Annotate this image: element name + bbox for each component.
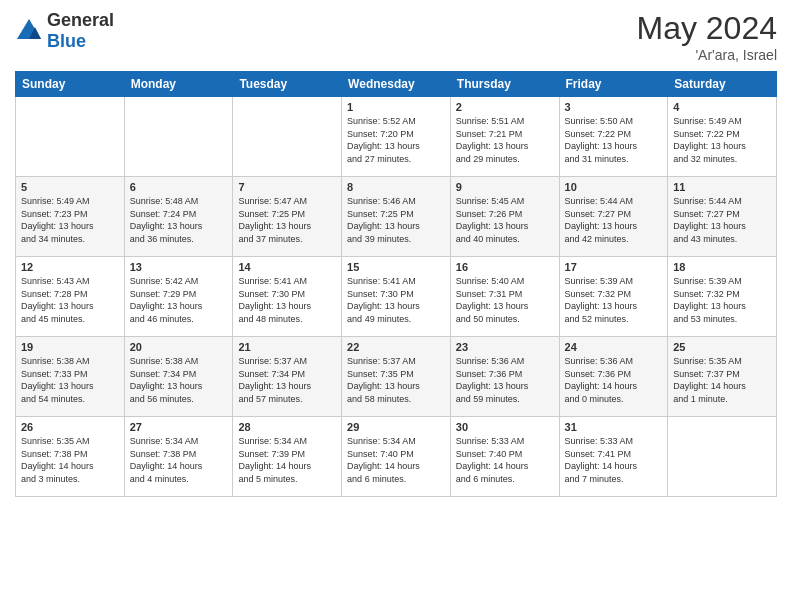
day-number: 10 <box>565 181 663 193</box>
logo-general-text: General <box>47 10 114 30</box>
calendar-cell: 10Sunrise: 5:44 AM Sunset: 7:27 PM Dayli… <box>559 177 668 257</box>
day-number: 29 <box>347 421 445 433</box>
day-info: Sunrise: 5:39 AM Sunset: 7:32 PM Dayligh… <box>673 275 771 325</box>
day-info: Sunrise: 5:37 AM Sunset: 7:35 PM Dayligh… <box>347 355 445 405</box>
calendar-cell: 19Sunrise: 5:38 AM Sunset: 7:33 PM Dayli… <box>16 337 125 417</box>
day-info: Sunrise: 5:39 AM Sunset: 7:32 PM Dayligh… <box>565 275 663 325</box>
day-number: 20 <box>130 341 228 353</box>
day-number: 23 <box>456 341 554 353</box>
day-info: Sunrise: 5:36 AM Sunset: 7:36 PM Dayligh… <box>456 355 554 405</box>
calendar-week-row: 19Sunrise: 5:38 AM Sunset: 7:33 PM Dayli… <box>16 337 777 417</box>
weekday-header: Wednesday <box>342 72 451 97</box>
calendar-cell: 11Sunrise: 5:44 AM Sunset: 7:27 PM Dayli… <box>668 177 777 257</box>
calendar-week-row: 26Sunrise: 5:35 AM Sunset: 7:38 PM Dayli… <box>16 417 777 497</box>
calendar-table: SundayMondayTuesdayWednesdayThursdayFrid… <box>15 71 777 497</box>
day-info: Sunrise: 5:34 AM Sunset: 7:39 PM Dayligh… <box>238 435 336 485</box>
calendar-cell: 24Sunrise: 5:36 AM Sunset: 7:36 PM Dayli… <box>559 337 668 417</box>
logo-icon <box>15 17 43 45</box>
day-info: Sunrise: 5:33 AM Sunset: 7:41 PM Dayligh… <box>565 435 663 485</box>
location: 'Ar'ara, Israel <box>636 47 777 63</box>
day-number: 9 <box>456 181 554 193</box>
day-info: Sunrise: 5:52 AM Sunset: 7:20 PM Dayligh… <box>347 115 445 165</box>
day-number: 13 <box>130 261 228 273</box>
day-number: 7 <box>238 181 336 193</box>
day-number: 1 <box>347 101 445 113</box>
day-info: Sunrise: 5:40 AM Sunset: 7:31 PM Dayligh… <box>456 275 554 325</box>
calendar-cell: 25Sunrise: 5:35 AM Sunset: 7:37 PM Dayli… <box>668 337 777 417</box>
day-number: 31 <box>565 421 663 433</box>
day-info: Sunrise: 5:43 AM Sunset: 7:28 PM Dayligh… <box>21 275 119 325</box>
calendar-cell: 22Sunrise: 5:37 AM Sunset: 7:35 PM Dayli… <box>342 337 451 417</box>
day-number: 6 <box>130 181 228 193</box>
day-info: Sunrise: 5:34 AM Sunset: 7:40 PM Dayligh… <box>347 435 445 485</box>
calendar-cell: 13Sunrise: 5:42 AM Sunset: 7:29 PM Dayli… <box>124 257 233 337</box>
day-number: 30 <box>456 421 554 433</box>
calendar-cell: 8Sunrise: 5:46 AM Sunset: 7:25 PM Daylig… <box>342 177 451 257</box>
day-number: 5 <box>21 181 119 193</box>
weekday-header: Tuesday <box>233 72 342 97</box>
calendar-cell: 16Sunrise: 5:40 AM Sunset: 7:31 PM Dayli… <box>450 257 559 337</box>
day-info: Sunrise: 5:44 AM Sunset: 7:27 PM Dayligh… <box>565 195 663 245</box>
day-info: Sunrise: 5:47 AM Sunset: 7:25 PM Dayligh… <box>238 195 336 245</box>
calendar-cell <box>16 97 125 177</box>
day-info: Sunrise: 5:48 AM Sunset: 7:24 PM Dayligh… <box>130 195 228 245</box>
calendar-cell: 5Sunrise: 5:49 AM Sunset: 7:23 PM Daylig… <box>16 177 125 257</box>
day-info: Sunrise: 5:38 AM Sunset: 7:33 PM Dayligh… <box>21 355 119 405</box>
calendar-cell <box>668 417 777 497</box>
day-number: 11 <box>673 181 771 193</box>
day-number: 24 <box>565 341 663 353</box>
day-number: 26 <box>21 421 119 433</box>
day-info: Sunrise: 5:45 AM Sunset: 7:26 PM Dayligh… <box>456 195 554 245</box>
calendar-cell <box>233 97 342 177</box>
calendar-cell: 4Sunrise: 5:49 AM Sunset: 7:22 PM Daylig… <box>668 97 777 177</box>
day-number: 17 <box>565 261 663 273</box>
weekday-header: Thursday <box>450 72 559 97</box>
day-number: 14 <box>238 261 336 273</box>
calendar-week-row: 5Sunrise: 5:49 AM Sunset: 7:23 PM Daylig… <box>16 177 777 257</box>
calendar-week-row: 1Sunrise: 5:52 AM Sunset: 7:20 PM Daylig… <box>16 97 777 177</box>
day-number: 2 <box>456 101 554 113</box>
day-number: 22 <box>347 341 445 353</box>
logo: General Blue <box>15 10 114 52</box>
day-number: 16 <box>456 261 554 273</box>
day-info: Sunrise: 5:35 AM Sunset: 7:37 PM Dayligh… <box>673 355 771 405</box>
day-info: Sunrise: 5:41 AM Sunset: 7:30 PM Dayligh… <box>238 275 336 325</box>
calendar-cell: 30Sunrise: 5:33 AM Sunset: 7:40 PM Dayli… <box>450 417 559 497</box>
weekday-header: Sunday <box>16 72 125 97</box>
calendar-cell: 26Sunrise: 5:35 AM Sunset: 7:38 PM Dayli… <box>16 417 125 497</box>
day-info: Sunrise: 5:33 AM Sunset: 7:40 PM Dayligh… <box>456 435 554 485</box>
day-info: Sunrise: 5:42 AM Sunset: 7:29 PM Dayligh… <box>130 275 228 325</box>
header: General Blue May 2024 'Ar'ara, Israel <box>15 10 777 63</box>
day-number: 4 <box>673 101 771 113</box>
calendar-cell: 3Sunrise: 5:50 AM Sunset: 7:22 PM Daylig… <box>559 97 668 177</box>
calendar-cell: 29Sunrise: 5:34 AM Sunset: 7:40 PM Dayli… <box>342 417 451 497</box>
day-info: Sunrise: 5:34 AM Sunset: 7:38 PM Dayligh… <box>130 435 228 485</box>
calendar-cell: 18Sunrise: 5:39 AM Sunset: 7:32 PM Dayli… <box>668 257 777 337</box>
day-info: Sunrise: 5:44 AM Sunset: 7:27 PM Dayligh… <box>673 195 771 245</box>
calendar-cell: 7Sunrise: 5:47 AM Sunset: 7:25 PM Daylig… <box>233 177 342 257</box>
day-info: Sunrise: 5:50 AM Sunset: 7:22 PM Dayligh… <box>565 115 663 165</box>
calendar-cell: 27Sunrise: 5:34 AM Sunset: 7:38 PM Dayli… <box>124 417 233 497</box>
day-number: 18 <box>673 261 771 273</box>
day-number: 3 <box>565 101 663 113</box>
day-info: Sunrise: 5:49 AM Sunset: 7:22 PM Dayligh… <box>673 115 771 165</box>
header-row: SundayMondayTuesdayWednesdayThursdayFrid… <box>16 72 777 97</box>
calendar-cell: 1Sunrise: 5:52 AM Sunset: 7:20 PM Daylig… <box>342 97 451 177</box>
calendar-header: SundayMondayTuesdayWednesdayThursdayFrid… <box>16 72 777 97</box>
calendar-cell: 15Sunrise: 5:41 AM Sunset: 7:30 PM Dayli… <box>342 257 451 337</box>
calendar-cell: 31Sunrise: 5:33 AM Sunset: 7:41 PM Dayli… <box>559 417 668 497</box>
day-info: Sunrise: 5:41 AM Sunset: 7:30 PM Dayligh… <box>347 275 445 325</box>
month-year: May 2024 <box>636 10 777 47</box>
day-info: Sunrise: 5:49 AM Sunset: 7:23 PM Dayligh… <box>21 195 119 245</box>
calendar-cell: 21Sunrise: 5:37 AM Sunset: 7:34 PM Dayli… <box>233 337 342 417</box>
calendar-cell: 20Sunrise: 5:38 AM Sunset: 7:34 PM Dayli… <box>124 337 233 417</box>
day-number: 25 <box>673 341 771 353</box>
day-number: 19 <box>21 341 119 353</box>
day-number: 12 <box>21 261 119 273</box>
calendar-cell: 12Sunrise: 5:43 AM Sunset: 7:28 PM Dayli… <box>16 257 125 337</box>
day-info: Sunrise: 5:46 AM Sunset: 7:25 PM Dayligh… <box>347 195 445 245</box>
weekday-header: Friday <box>559 72 668 97</box>
day-number: 15 <box>347 261 445 273</box>
day-info: Sunrise: 5:38 AM Sunset: 7:34 PM Dayligh… <box>130 355 228 405</box>
calendar-cell: 28Sunrise: 5:34 AM Sunset: 7:39 PM Dayli… <box>233 417 342 497</box>
